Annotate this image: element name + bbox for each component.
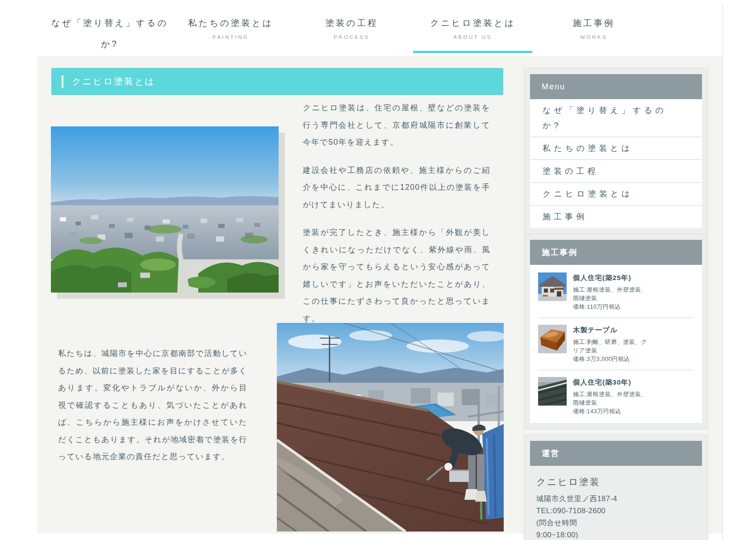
- intro-text-column: クニヒロ塗装は、住宅の屋根、壁などの塗装を行う専門会社として、京都府城陽市に創業…: [303, 99, 490, 338]
- case-info: 個人住宅(築30年) 施工:屋根塗装、外壁塗装、 雨樋塗装 価格:143万円税込: [573, 377, 658, 415]
- page-title: クニヒロ塗装とは: [72, 75, 155, 88]
- nav-sublabel: ABOUT US: [412, 34, 533, 40]
- top-nav: なぜ「塗り替え」するの か? 私たちの塗装とは PAINTING 塗装の工程 P…: [0, 0, 756, 56]
- work-case-house-30[interactable]: 個人住宅(築30年) 施工:屋根塗装、外壁塗装、 雨樋塗装 価格:143万円税込: [538, 370, 694, 422]
- menu-item-why-repaint[interactable]: なぜ「塗り替え」するの か?: [530, 99, 702, 137]
- nav-sublabel: PROCESS: [291, 34, 412, 40]
- sidebar-works-box: 施工事例 個人住宅(築: [524, 234, 708, 429]
- case-info: 個人住宅(築25年) 施工:屋根塗装、外壁塗装、 雨樋塗装 価格:110万円税込: [573, 272, 658, 311]
- aerial-city-photo-art: [51, 126, 279, 293]
- nav-label: 施工事例: [533, 13, 654, 33]
- case-work: 施工:屋根塗装、外壁塗装、 雨樋塗装: [573, 285, 658, 302]
- intro-paragraph-1: クニヒロ塗装は、住宅の屋根、壁などの塗装を行う専門会社として、京都府城陽市に創業…: [303, 99, 490, 151]
- works-header: 施工事例: [530, 240, 702, 265]
- nav-item-process[interactable]: 塗装の工程 PROCESS: [291, 0, 412, 56]
- work-case-wooden-table[interactable]: 木製テーブル 施工:剥離、研磨、塗装、ク リア塗装 価格:3万3,000円税込: [538, 318, 694, 370]
- company-name: クニヒロ塗装: [536, 476, 696, 488]
- case-work: 施工:剥離、研磨、塗装、ク リア塗装: [573, 338, 658, 355]
- title-accent-bar: [62, 75, 63, 88]
- menu-list: なぜ「塗り替え」するの か? 私たちの塗装とは 塗装の工程 クニヒロ塗装とは 施…: [530, 99, 702, 228]
- nav-label: なぜ「塗り替え」するの か?: [49, 13, 170, 54]
- menu-item-our-painting[interactable]: 私たちの塗装とは: [530, 137, 702, 160]
- nav-sublabel: PAINTING: [170, 34, 291, 40]
- menu-header: Menu: [530, 74, 702, 99]
- work-case-house-25[interactable]: 個人住宅(築25年) 施工:屋根塗装、外壁塗装、 雨樋塗装 価格:110万円税込: [538, 266, 694, 318]
- nav-item-why-repaint[interactable]: なぜ「塗り替え」するの か?: [49, 0, 170, 56]
- case-title: 個人住宅(築30年): [573, 378, 658, 387]
- case-title: 木製テーブル: [573, 326, 658, 335]
- nav-label: 塗装の工程: [291, 13, 412, 33]
- table-thumbnail: [538, 325, 567, 353]
- nav-sublabel: WORKS: [533, 34, 654, 40]
- page: なぜ「塗り替え」するの か? 私たちの塗装とは PAINTING 塗装の工程 P…: [0, 0, 756, 540]
- company-tel: TEL:090-7108-2600: [536, 505, 696, 517]
- nav-label: 私たちの塗装とは: [170, 13, 291, 33]
- case-title: 個人住宅(築25年): [573, 273, 658, 283]
- bottom-paragraph: 私たちは、城陽市を中心に京都南部で活動しているため、以前に塗装した家を目にするこ…: [58, 345, 247, 465]
- case-price: 価格:143万円税込: [573, 407, 658, 415]
- house-thumbnail: [538, 272, 567, 301]
- intro-paragraph-3: 塗装が完了したとき、施主様から「外観が美しくきれいになっただけでなく、紫外線や雨…: [303, 224, 490, 327]
- roof-painting-photo: [277, 323, 504, 532]
- aerial-city-photo: [51, 126, 279, 293]
- company-info: クニヒロ塗装 城陽市久世里ノ西187-4 TEL:090-7108-2600 (…: [530, 466, 702, 540]
- case-price: 価格:110万円税込: [573, 302, 658, 311]
- works-list: 個人住宅(築25年) 施工:屋根塗装、外壁塗装、 雨樋塗装 価格:110万円税込: [530, 265, 702, 423]
- sidebar-menu-box: Menu なぜ「塗り替え」するの か? 私たちの塗装とは 塗装の工程 クニヒロ塗…: [524, 68, 708, 234]
- menu-item-about-us[interactable]: クニヒロ塗装とは: [530, 183, 702, 205]
- roof-thumbnail: [538, 377, 567, 406]
- page-title-bar: クニヒロ塗装とは: [51, 68, 503, 95]
- nav-label: クニヒロ塗装とは: [412, 13, 533, 33]
- intro-paragraph-2: 建設会社や工務店の依頼や、施主様からのご紹介を中心に、これまでに1200件以上の…: [303, 162, 490, 213]
- nav-item-about-us[interactable]: クニヒロ塗装とは ABOUT US: [412, 0, 533, 56]
- nav-item-works[interactable]: 施工事例 WORKS: [533, 0, 654, 56]
- case-info: 木製テーブル 施工:剥離、研磨、塗装、ク リア塗装 価格:3万3,000円税込: [573, 325, 658, 363]
- right-divider-line: [723, 4, 723, 540]
- nav-item-our-painting[interactable]: 私たちの塗装とは PAINTING: [170, 0, 291, 56]
- company-address: 城陽市久世里ノ西187-4: [536, 493, 696, 505]
- menu-item-works[interactable]: 施工事例: [530, 205, 702, 228]
- menu-item-process[interactable]: 塗装の工程: [530, 160, 702, 183]
- local-activity-text: 私たちは、城陽市を中心に京都南部で活動しているため、以前に塗装した家を目にするこ…: [58, 345, 247, 476]
- company-header: 運営: [530, 441, 702, 466]
- case-price: 価格:3万3,000円税込: [573, 355, 658, 363]
- case-work: 施工:屋根塗装、外壁塗装、 雨樋塗装: [573, 390, 658, 407]
- sidebar-company-box: 運営 クニヒロ塗装 城陽市久世里ノ西187-4 TEL:090-7108-260…: [524, 435, 708, 540]
- company-hours-line2: 9:00~18:00): [536, 529, 696, 540]
- roof-painting-photo-art: [277, 323, 504, 532]
- company-hours-line1: (問合せ時間: [536, 517, 696, 529]
